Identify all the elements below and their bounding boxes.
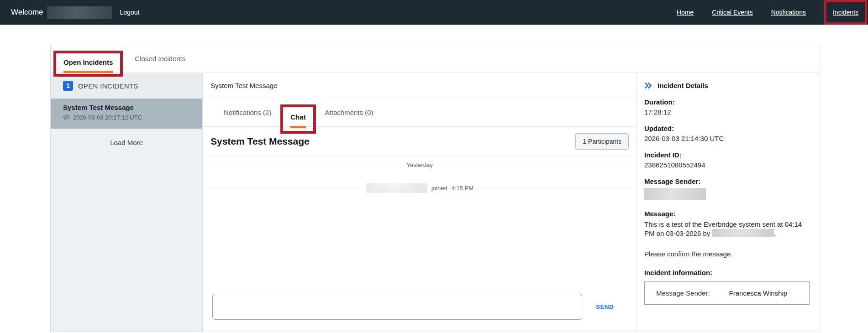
annotation-box-incidents: Incidents bbox=[824, 0, 867, 25]
tab-closed-incidents[interactable]: Closed Incidents bbox=[128, 55, 192, 62]
message-text: This is a test of the Everbridge system … bbox=[644, 220, 812, 238]
divider-line bbox=[478, 188, 629, 188]
load-more-button[interactable]: Load More bbox=[110, 139, 143, 146]
message-text-suffix: . bbox=[774, 229, 776, 237]
incidents-panel: Open Incidents Closed Incidents 1 OPEN I… bbox=[50, 44, 820, 332]
open-count-badge: 1 bbox=[63, 81, 73, 91]
redacted-participant-name bbox=[366, 183, 427, 193]
incident-list-sidebar: 1 OPEN INCIDENTS System Test Message 202… bbox=[51, 73, 203, 332]
collapse-panel-icon[interactable] bbox=[644, 82, 652, 89]
divider-line bbox=[210, 165, 400, 165]
duration-label: Duration: bbox=[644, 98, 810, 106]
incident-tab-bar: Open Incidents Closed Incidents bbox=[51, 44, 820, 73]
tab-attachments[interactable]: Attachments (0) bbox=[319, 109, 380, 116]
divider-line bbox=[210, 188, 362, 188]
tab-notifications[interactable]: Notifications (2) bbox=[217, 109, 278, 116]
incident-item-title: System Test Message bbox=[63, 104, 198, 111]
incident-detail-tab-bar: Notifications (2) Chat Attachments (0) bbox=[203, 98, 637, 127]
tab-chat-label: Chat bbox=[290, 113, 305, 121]
chat-messages-empty-space bbox=[210, 193, 629, 294]
navbar-links: Home Critical Events Notifications Incid… bbox=[677, 0, 868, 25]
incident-details-title: Incident Details bbox=[658, 82, 708, 89]
navbar-left: Welcome Logout bbox=[11, 6, 139, 19]
incident-information-label: Incident information: bbox=[644, 269, 810, 276]
info-message-sender-value: Francesca Winship bbox=[729, 289, 788, 297]
day-divider: Yesterday bbox=[210, 161, 629, 168]
top-navbar: Welcome Logout Home Critical Events Noti… bbox=[0, 0, 868, 25]
active-tab-indicator bbox=[63, 71, 113, 73]
info-message-sender-label: Message Sender: bbox=[656, 289, 710, 297]
redacted-username bbox=[47, 6, 112, 19]
joined-event-row: joined 4:15 PM bbox=[210, 183, 629, 193]
incident-title-bar: System Test Message bbox=[203, 73, 637, 98]
chat-title: System Test Message bbox=[210, 136, 310, 147]
divider-line bbox=[439, 165, 629, 165]
nav-link-incidents[interactable]: Incidents bbox=[833, 9, 858, 16]
incident-detail-column: System Test Message Notifications (2) Ch… bbox=[203, 73, 637, 332]
incident-item-meta: 2026-03-03 20:27:12 UTC bbox=[63, 114, 198, 121]
logout-button[interactable]: Logout bbox=[120, 9, 140, 16]
annotation-box-chat: Chat bbox=[280, 104, 316, 134]
incident-list-item[interactable]: System Test Message 2026-03-03 20:27:12 … bbox=[51, 99, 202, 129]
incident-list-header: 1 OPEN INCIDENTS bbox=[51, 73, 202, 99]
redacted-message-sender bbox=[644, 188, 706, 200]
welcome-label: Welcome bbox=[11, 8, 43, 17]
tab-open-incidents-label: Open Incidents bbox=[63, 58, 113, 66]
message-sender-label: Message Sender: bbox=[644, 177, 810, 185]
nav-link-notifications[interactable]: Notifications bbox=[771, 9, 806, 16]
updated-label: Updated: bbox=[644, 125, 810, 132]
send-button[interactable]: SEND bbox=[596, 303, 614, 310]
duration-value: 17:28:12 bbox=[644, 108, 810, 116]
annotation-box-open-incidents: Open Incidents bbox=[53, 51, 123, 77]
updated-value: 2026-03-03 21:14:30 UTC bbox=[644, 135, 810, 142]
incident-details-header: Incident Details bbox=[644, 82, 810, 89]
chat-input-row: SEND bbox=[210, 294, 629, 332]
load-more-area: Load More bbox=[51, 129, 202, 332]
incident-id-value: 2386251080552494 bbox=[644, 161, 810, 169]
tab-chat[interactable]: Chat bbox=[283, 107, 313, 131]
chat-panel: System Test Message 1 Participants Yeste… bbox=[203, 127, 637, 332]
incident-details-panel: Incident Details Duration: 17:28:12 Upda… bbox=[637, 73, 820, 332]
redacted-sender-inline bbox=[712, 229, 774, 237]
chat-message-input[interactable] bbox=[212, 294, 582, 320]
incident-id-label: Incident ID: bbox=[644, 151, 810, 159]
open-incidents-label: OPEN INCIDENTS bbox=[78, 82, 138, 90]
message-label: Message: bbox=[644, 210, 810, 218]
nav-link-critical-events[interactable]: Critical Events bbox=[712, 9, 752, 16]
incident-information-box: Message Sender: Francesca Winship bbox=[644, 281, 810, 305]
joined-action-label: joined bbox=[431, 185, 447, 192]
active-tab-indicator bbox=[290, 126, 305, 128]
content-row: 1 OPEN INCIDENTS System Test Message 202… bbox=[51, 73, 820, 332]
chat-title-row: System Test Message 1 Participants bbox=[210, 127, 629, 156]
participants-button[interactable]: 1 Participants bbox=[575, 133, 629, 150]
tab-open-incidents[interactable]: Open Incidents bbox=[56, 53, 120, 74]
incident-title-text: System Test Message bbox=[210, 82, 277, 89]
day-divider-label: Yesterday bbox=[406, 161, 432, 168]
nav-link-home[interactable]: Home bbox=[677, 9, 694, 16]
confirm-message-text: Please confirm the message. bbox=[644, 250, 810, 258]
joined-time-label: 4:15 PM bbox=[452, 185, 473, 192]
chat-bubble-icon bbox=[63, 114, 70, 120]
incident-item-timestamp: 2026-03-03 20:27:12 UTC bbox=[73, 114, 142, 121]
